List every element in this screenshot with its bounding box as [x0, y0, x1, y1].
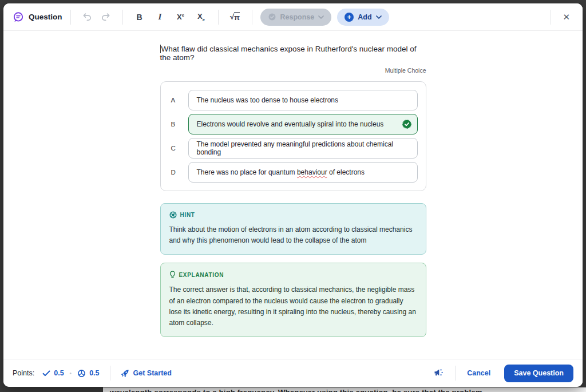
hint-text: Think about the motion of electrons in a…: [169, 224, 417, 246]
redo-icon: [101, 13, 110, 21]
save-question-button[interactable]: Save Question: [504, 365, 573, 382]
question-editor-modal: Question B I Xe Xe: [3, 3, 583, 387]
background-page-text: wavelength corresponds to a high frequen…: [110, 388, 586, 392]
option-input-b-correct[interactable]: Electrons would revolve and eventually s…: [188, 114, 418, 134]
close-button[interactable]: ✕: [559, 10, 573, 25]
italic-button[interactable]: I: [152, 9, 169, 26]
background-page-strip: wavelength corresponds to a high frequen…: [103, 387, 586, 392]
option-row-a: A The nucleus was too dense to house ele…: [169, 90, 418, 110]
option-letter: A: [169, 97, 188, 104]
redo-button[interactable]: [97, 9, 114, 26]
chevron-down-icon: [376, 15, 382, 19]
divider: [110, 366, 110, 381]
explanation-label-row: EXPLANATION: [169, 271, 417, 279]
divider: [122, 10, 123, 25]
megaphone-icon: [434, 368, 445, 377]
option-letter: C: [169, 145, 188, 152]
response-dropdown-button[interactable]: Response: [260, 9, 332, 26]
option-input-d[interactable]: There was no place for quantum behaviour…: [188, 162, 418, 183]
chevron-down-icon: [318, 15, 324, 19]
undo-button[interactable]: [79, 9, 96, 26]
option-row-d: D There was no place for quantum behavio…: [169, 162, 418, 183]
hint-label-row: HINT: [169, 211, 417, 219]
divider: [551, 10, 551, 25]
question-bubble-icon: [13, 11, 24, 23]
option-input-c[interactable]: The model prevented any meaningful predi…: [188, 138, 418, 159]
question-text-field[interactable]: What flaw did classical mechanics expose…: [160, 45, 426, 62]
panel-title: Question: [29, 13, 62, 21]
explanation-text: The correct answer is that, according to…: [169, 284, 417, 328]
footer-bar: Points: 0.5 • 0.5 Get Started: [3, 359, 583, 387]
question-text: What flaw did classical mechanics expose…: [160, 45, 417, 62]
toolbar: Question B I Xe Xe: [3, 3, 583, 31]
cancel-button[interactable]: Cancel: [467, 369, 490, 377]
math-formula-button[interactable]: √π: [227, 9, 244, 26]
divider: [70, 10, 71, 25]
explanation-box[interactable]: EXPLANATION The correct answer is that, …: [160, 263, 426, 337]
divider: [455, 366, 456, 381]
get-started-button[interactable]: Get Started: [121, 369, 172, 378]
hint-label: HINT: [180, 212, 195, 218]
option-row-c: C The model prevented any meaningful pre…: [169, 138, 418, 159]
divider: [218, 10, 219, 25]
editor-content: What flaw did classical mechanics expose…: [3, 31, 583, 359]
subscript-button[interactable]: Xe: [193, 9, 210, 26]
misspelled-word: behaviour: [297, 168, 327, 176]
option-row-b: B Electrons would revolve and eventually…: [169, 114, 418, 134]
announcements-button[interactable]: [433, 367, 446, 380]
correct-answer-check-icon: [402, 120, 411, 129]
response-badge-icon: [268, 13, 276, 21]
plus-icon: +: [345, 13, 354, 22]
bold-button[interactable]: B: [131, 9, 148, 26]
hint-box[interactable]: HINT Think about the motion of electrons…: [160, 203, 426, 255]
undo-icon: [82, 13, 92, 21]
option-letter: B: [169, 121, 188, 128]
partial-credit-points[interactable]: 0.5: [77, 369, 99, 378]
rocket-icon: [121, 369, 129, 378]
hint-icon: [169, 211, 177, 219]
question-type-label: Multiple Choice: [160, 67, 426, 74]
check-icon: [42, 370, 50, 377]
auto-points[interactable]: 0.5: [42, 369, 64, 377]
superscript-button[interactable]: Xe: [172, 9, 189, 26]
option-input-a[interactable]: The nucleus was too dense to house elect…: [188, 90, 418, 110]
partial-credit-icon: [77, 369, 86, 378]
options-panel: A The nucleus was too dense to house ele…: [160, 81, 426, 191]
option-letter: D: [169, 169, 188, 176]
lightbulb-icon: [169, 271, 176, 279]
dot-separator: •: [70, 370, 72, 377]
question-brand: Question: [13, 11, 62, 23]
divider: [252, 10, 252, 25]
text-cursor: [160, 45, 161, 53]
explanation-label: EXPLANATION: [179, 272, 224, 278]
add-dropdown-button[interactable]: + Add: [337, 9, 389, 26]
points-label: Points:: [13, 369, 34, 377]
